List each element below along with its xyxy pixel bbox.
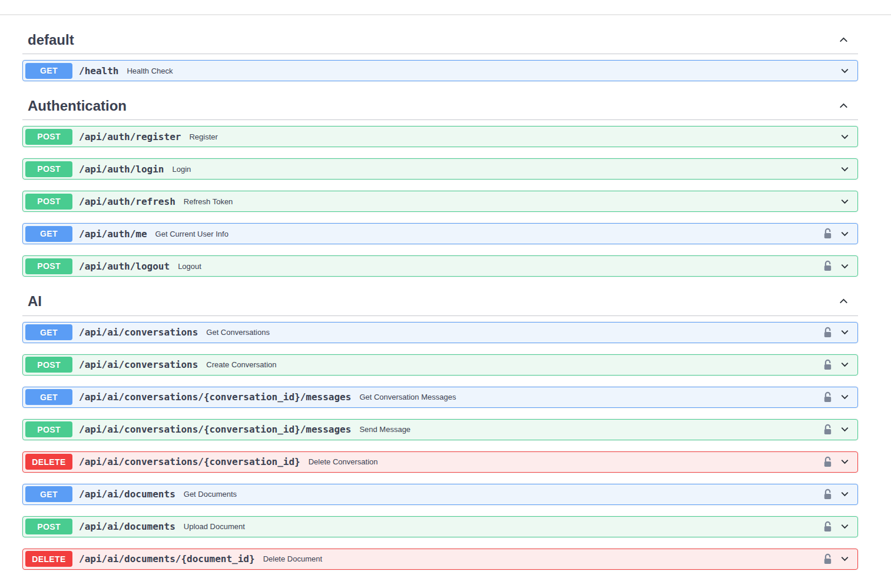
endpoint-row[interactable]: POST /api/auth/register Register bbox=[22, 126, 858, 147]
tag-title: Authentication bbox=[28, 98, 127, 113]
method-badge: GET bbox=[25, 389, 72, 405]
chevron-down-icon[interactable] bbox=[839, 359, 850, 370]
row-icons bbox=[823, 327, 850, 338]
endpoint-row[interactable]: GET /health Health Check bbox=[22, 60, 858, 81]
endpoint-row[interactable]: DELETE /api/ai/documents/{document_id} D… bbox=[22, 549, 858, 570]
endpoint-list: POST /api/auth/register Register POST /a… bbox=[22, 120, 858, 277]
tag-header[interactable]: default bbox=[22, 32, 858, 54]
chevron-down-icon[interactable] bbox=[839, 553, 850, 564]
unlock-icon[interactable] bbox=[823, 521, 833, 533]
endpoint-row[interactable]: GET /api/auth/me Get Current User Info bbox=[22, 223, 858, 244]
chevron-down-icon[interactable] bbox=[839, 65, 850, 77]
row-icons bbox=[823, 489, 850, 500]
chevron-down-icon[interactable] bbox=[839, 456, 850, 467]
method-badge: DELETE bbox=[25, 454, 72, 470]
row-icons bbox=[839, 196, 850, 207]
method-badge: POST bbox=[25, 129, 72, 145]
endpoint-row[interactable]: POST /api/ai/conversations Create Conver… bbox=[22, 354, 858, 376]
endpoint-path: /api/ai/conversations/{conversation_id}/… bbox=[79, 424, 351, 435]
endpoint-path: /api/auth/login bbox=[79, 164, 164, 175]
endpoint-row[interactable]: DELETE /api/ai/conversations/{conversati… bbox=[22, 451, 858, 473]
method-badge: GET bbox=[25, 324, 72, 340]
top-divider bbox=[0, 0, 891, 15]
row-icons bbox=[823, 228, 850, 240]
row-icons bbox=[823, 424, 850, 436]
endpoint-summary: Login bbox=[173, 165, 191, 174]
chevron-down-icon[interactable] bbox=[839, 521, 850, 532]
endpoint-row[interactable]: POST /api/auth/logout Logout bbox=[22, 255, 858, 277]
endpoint-row[interactable]: POST /api/auth/refresh Refresh Token bbox=[22, 191, 858, 212]
method-badge: POST bbox=[25, 421, 72, 437]
unlock-icon[interactable] bbox=[823, 424, 833, 436]
unlock-icon[interactable] bbox=[823, 359, 833, 371]
endpoint-summary: Get Documents bbox=[184, 490, 237, 499]
row-icons bbox=[823, 521, 850, 533]
endpoint-path: /api/ai/conversations/{conversation_id}/… bbox=[79, 391, 351, 403]
chevron-down-icon[interactable] bbox=[839, 424, 850, 435]
endpoint-summary: Get Current User Info bbox=[155, 230, 228, 238]
endpoint-summary: Refresh Token bbox=[184, 197, 233, 206]
tag-header[interactable]: AI bbox=[22, 294, 858, 315]
unlock-icon[interactable] bbox=[823, 391, 833, 403]
chevron-up-icon[interactable] bbox=[837, 99, 850, 112]
endpoint-row[interactable]: POST /api/ai/documents Upload Document bbox=[22, 516, 858, 537]
endpoint-path: /health bbox=[79, 65, 118, 77]
api-tag-section-default: default GET /health Health Check bbox=[22, 32, 858, 81]
api-tag-section-ai: AI GET /api/ai/conversations Get Convers… bbox=[22, 294, 858, 569]
unlock-icon[interactable] bbox=[823, 456, 833, 468]
chevron-down-icon[interactable] bbox=[839, 391, 850, 403]
unlock-icon[interactable] bbox=[823, 327, 833, 338]
tag-header[interactable]: Authentication bbox=[22, 98, 858, 120]
row-icons bbox=[823, 359, 850, 371]
unlock-icon[interactable] bbox=[823, 553, 833, 565]
endpoint-path: /api/auth/register bbox=[79, 131, 181, 142]
endpoint-path: /api/ai/conversations bbox=[79, 327, 198, 338]
endpoint-summary: Delete Document bbox=[263, 554, 322, 563]
endpoint-list: GET /health Health Check bbox=[22, 54, 858, 81]
method-badge: POST bbox=[25, 519, 72, 534]
unlock-icon[interactable] bbox=[823, 489, 833, 500]
endpoint-path: /api/ai/documents bbox=[79, 489, 175, 500]
endpoint-summary: Create Conversation bbox=[206, 360, 276, 369]
endpoint-path: /api/ai/conversations/{conversation_id} bbox=[79, 456, 300, 467]
endpoint-list: GET /api/ai/conversations Get Conversati… bbox=[22, 316, 858, 570]
method-badge: POST bbox=[25, 194, 72, 210]
endpoint-row[interactable]: POST /api/auth/login Login bbox=[22, 158, 858, 180]
endpoint-summary: Health Check bbox=[127, 67, 173, 75]
method-badge: GET bbox=[25, 486, 72, 502]
method-badge: POST bbox=[25, 357, 72, 373]
endpoint-summary: Register bbox=[189, 132, 217, 141]
chevron-up-icon[interactable] bbox=[837, 34, 850, 46]
endpoint-row[interactable]: GET /api/ai/conversations Get Conversati… bbox=[22, 322, 858, 343]
unlock-icon[interactable] bbox=[823, 260, 833, 272]
row-icons bbox=[823, 553, 850, 565]
tag-title: default bbox=[28, 32, 74, 47]
chevron-down-icon[interactable] bbox=[839, 228, 850, 240]
endpoint-summary: Get Conversations bbox=[206, 328, 270, 337]
endpoint-row[interactable]: GET /api/ai/conversations/{conversation_… bbox=[22, 387, 858, 408]
row-icons bbox=[839, 131, 850, 142]
method-badge: DELETE bbox=[25, 551, 72, 567]
unlock-icon[interactable] bbox=[823, 228, 833, 240]
chevron-down-icon[interactable] bbox=[839, 261, 850, 272]
endpoint-path: /api/ai/documents/{document_id} bbox=[79, 553, 255, 564]
api-tag-section-authentication: Authentication POST /api/auth/register R… bbox=[22, 98, 858, 277]
method-badge: POST bbox=[25, 161, 72, 177]
chevron-down-icon[interactable] bbox=[839, 164, 850, 175]
endpoint-row[interactable]: GET /api/ai/documents Get Documents bbox=[22, 484, 858, 505]
chevron-up-icon[interactable] bbox=[837, 295, 850, 307]
chevron-down-icon[interactable] bbox=[839, 327, 850, 338]
method-badge: GET bbox=[25, 63, 72, 79]
chevron-down-icon[interactable] bbox=[839, 489, 850, 500]
method-badge: GET bbox=[25, 226, 72, 242]
endpoint-path: /api/ai/documents bbox=[79, 521, 175, 532]
endpoint-path: /api/auth/refresh bbox=[79, 196, 175, 207]
endpoint-row[interactable]: POST /api/ai/conversations/{conversation… bbox=[22, 419, 858, 440]
row-icons bbox=[823, 456, 850, 468]
chevron-down-icon[interactable] bbox=[839, 131, 850, 142]
endpoint-path: /api/auth/logout bbox=[79, 261, 170, 272]
endpoint-summary: Logout bbox=[178, 262, 201, 271]
row-icons bbox=[839, 164, 850, 175]
endpoint-summary: Send Message bbox=[359, 425, 410, 434]
chevron-down-icon[interactable] bbox=[839, 196, 850, 207]
